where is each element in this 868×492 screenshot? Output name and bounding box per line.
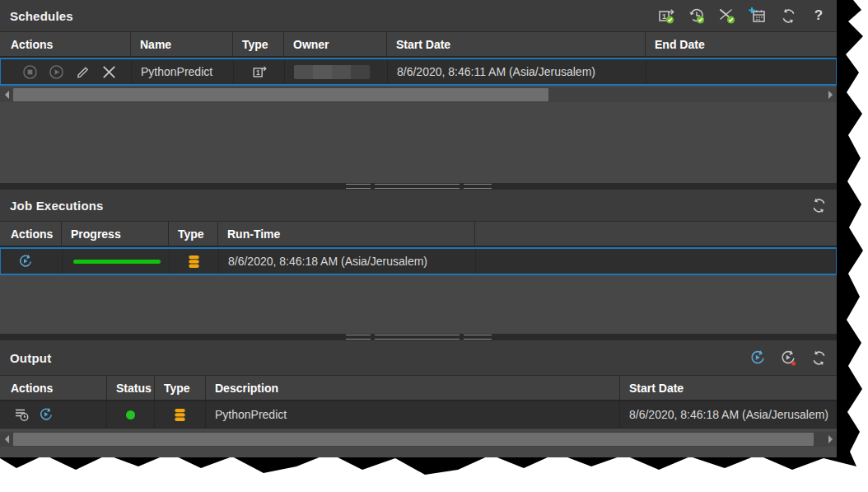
schedule-start-date-cell: 8/6/2020, 8:46:11 AM (Asia/Jerusalem) <box>388 59 646 84</box>
schedules-table-row[interactable]: PythonPredict 1 8/6/2020, 8:46:11 AM (As… <box>0 58 837 86</box>
job-executions-table-row[interactable]: 8/6/2020, 8:46:18 AM (Asia/Jerusalem) <box>0 247 837 275</box>
run-once-check-icon[interactable]: 1 <box>656 6 676 26</box>
screenshot: Schedules 1 <box>0 0 868 492</box>
splitter-grip <box>375 335 460 340</box>
schedule-type-cell: 1 <box>234 59 285 84</box>
edit-pencil-icon[interactable] <box>75 64 91 80</box>
history-check-icon[interactable] <box>687 6 707 26</box>
job-executions-title: Job Executions <box>10 199 104 213</box>
schedules-empty-area <box>0 102 837 183</box>
scheduler-window: Schedules 1 <box>0 0 837 455</box>
progress-bar <box>73 260 161 264</box>
refresh-icon[interactable] <box>809 348 828 368</box>
splitter-grip <box>464 335 492 340</box>
schedules-col-end-date[interactable]: End Date <box>646 32 837 56</box>
job-col-progress[interactable]: Progress <box>62 222 169 246</box>
schedules-col-owner[interactable]: Owner <box>284 32 387 56</box>
output-col-type[interactable]: Type <box>155 376 206 400</box>
database-icon <box>186 254 202 269</box>
scroll-right-arrow-icon[interactable] <box>824 432 837 447</box>
job-col-empty <box>475 222 837 246</box>
output-col-start-date[interactable]: Start Date <box>620 376 837 400</box>
svg-text:1: 1 <box>662 12 666 21</box>
rerun-stop-icon[interactable] <box>778 348 798 368</box>
splitter-grip <box>464 184 492 189</box>
job-col-actions[interactable]: Actions <box>0 222 62 246</box>
rerun-icon[interactable] <box>17 253 34 269</box>
delete-x-icon[interactable] <box>101 64 117 80</box>
output-row-actions <box>0 401 107 428</box>
job-empty-cell <box>476 249 836 274</box>
schedules-col-type[interactable]: Type <box>233 32 284 56</box>
panel-splitter[interactable] <box>0 334 837 340</box>
output-bottom-area <box>0 447 837 457</box>
run-once-type-icon: 1 <box>251 63 268 80</box>
output-start-date-cell: 8/6/2020, 8:46:18 AM (Asia/Jerusalem) <box>620 401 837 428</box>
output-table-header: Actions Status Type Description Start Da… <box>0 375 837 401</box>
job-row-actions <box>1 249 63 274</box>
help-icon[interactable]: ? <box>809 6 828 26</box>
output-type-cell <box>155 401 206 428</box>
scroll-left-arrow-icon[interactable] <box>0 87 13 102</box>
owner-redacted <box>294 65 370 79</box>
schedules-title: Schedules <box>10 9 73 23</box>
refresh-icon[interactable] <box>778 6 798 26</box>
job-type-cell <box>170 249 219 274</box>
progress-bar-fill <box>73 260 161 264</box>
output-title: Output <box>10 351 51 365</box>
scrollbar-thumb[interactable] <box>13 88 548 101</box>
schedules-col-name[interactable]: Name <box>131 32 233 56</box>
database-icon <box>172 407 188 423</box>
job-executions-empty-area <box>0 275 837 334</box>
splitter-grip <box>375 184 460 189</box>
schedules-toolbar: 1 <box>656 6 828 26</box>
schedule-end-date-cell <box>646 59 836 84</box>
add-schedule-calendar-icon[interactable] <box>748 6 768 26</box>
stop-circle-icon[interactable] <box>22 64 38 80</box>
log-history-icon[interactable] <box>13 406 30 423</box>
schedules-horizontal-scrollbar[interactable] <box>0 87 837 102</box>
scroll-right-arrow-icon[interactable] <box>824 87 837 102</box>
output-col-actions[interactable]: Actions <box>0 376 107 400</box>
rerun-icon[interactable] <box>38 406 54 423</box>
output-panel-header: Output <box>0 340 837 375</box>
schedules-col-start-date[interactable]: Start Date <box>387 32 646 56</box>
output-horizontal-scrollbar[interactable] <box>0 432 837 447</box>
output-col-description[interactable]: Description <box>206 376 620 400</box>
splitter-grip <box>346 335 371 340</box>
schedules-col-actions[interactable]: Actions <box>0 32 131 56</box>
output-table-row[interactable]: PythonPredict 8/6/2020, 8:46:18 AM (Asia… <box>0 401 837 429</box>
svg-text:1: 1 <box>255 69 259 77</box>
status-green-dot <box>126 410 135 419</box>
play-circle-icon[interactable] <box>49 64 64 80</box>
spacer <box>0 429 837 430</box>
rerun-blue-icon[interactable] <box>748 348 768 368</box>
job-executions-table-header: Actions Progress Type Run-Time <box>0 221 837 247</box>
scrollbar-thumb[interactable] <box>13 433 814 446</box>
cancel-schedule-check-icon[interactable] <box>717 6 737 26</box>
schedules-table-header: Actions Name Type Owner Start Date End D… <box>0 31 837 58</box>
job-col-run-time[interactable]: Run-Time <box>218 222 475 246</box>
schedules-row-actions <box>1 59 132 84</box>
schedule-owner-cell <box>285 59 388 84</box>
scroll-left-arrow-icon[interactable] <box>0 432 13 447</box>
panel-splitter[interactable] <box>0 183 837 190</box>
output-col-status[interactable]: Status <box>107 376 155 400</box>
output-status-cell <box>107 401 155 428</box>
job-col-type[interactable]: Type <box>169 222 218 246</box>
schedule-name-cell: PythonPredict <box>132 59 234 84</box>
job-run-time-cell: 8/6/2020, 8:46:18 AM (Asia/Jerusalem) <box>219 249 476 274</box>
job-executions-panel-header: Job Executions <box>0 190 837 221</box>
splitter-grip <box>346 184 371 189</box>
output-description-cell: PythonPredict <box>206 401 620 428</box>
job-progress-cell <box>63 249 170 274</box>
job-executions-toolbar <box>809 195 828 215</box>
refresh-icon[interactable] <box>809 195 828 215</box>
schedules-panel-header: Schedules 1 <box>0 0 837 31</box>
output-toolbar <box>748 348 828 368</box>
